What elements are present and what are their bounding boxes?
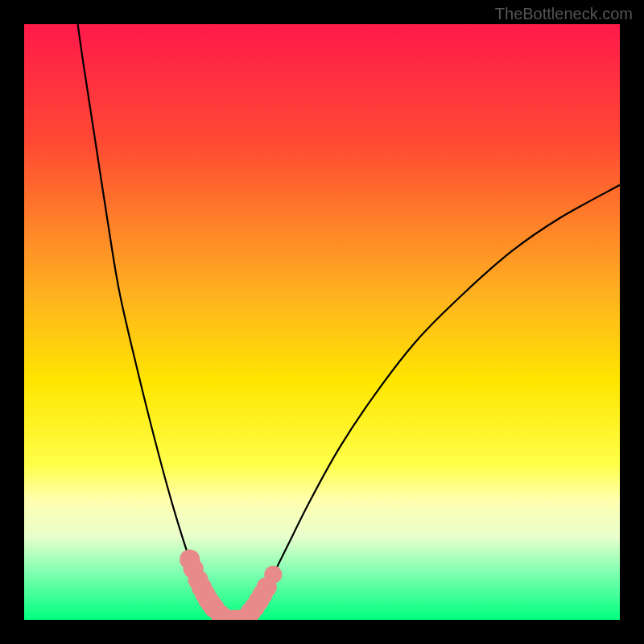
chart-background — [24, 24, 620, 620]
watermark-label: TheBottleneck.com — [495, 5, 633, 23]
chart-svg — [24, 24, 620, 620]
chart-container — [24, 24, 620, 620]
curve-marker — [264, 566, 282, 584]
